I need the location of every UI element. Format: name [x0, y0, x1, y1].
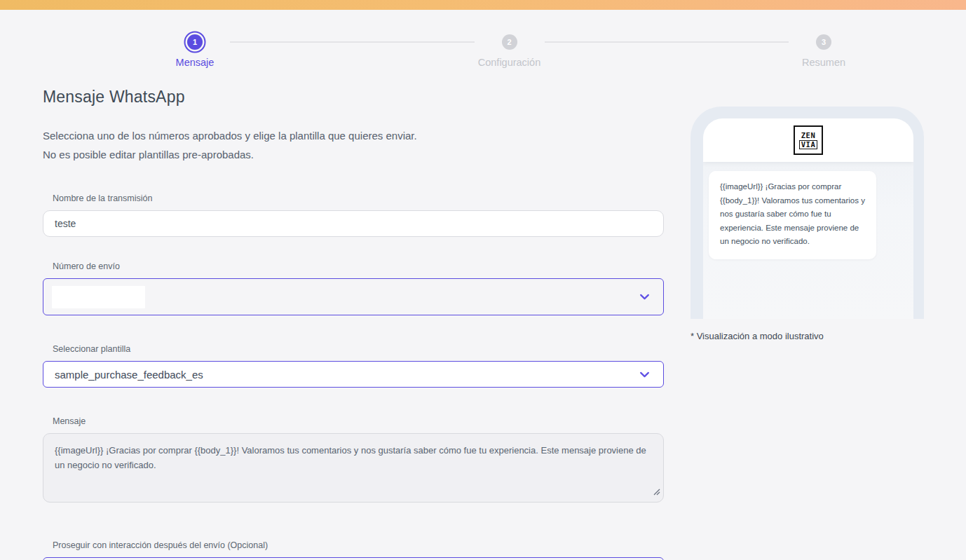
logo-text-top: ZEN	[801, 132, 815, 139]
phone-screen: ZEN VIA {{imageUrl}} ¡Gracias por compra…	[703, 118, 913, 319]
page-description: Selecciona uno de los números aprobados …	[43, 126, 664, 164]
redacted-number-overlay	[52, 286, 145, 308]
phone-header: ZEN VIA	[703, 118, 913, 162]
phone-preview-mockup: ZEN VIA {{imageUrl}} ¡Gracias por compra…	[691, 107, 924, 319]
field-message: Mensaje {{imageUrl}} ¡Gracias por compra…	[43, 416, 664, 503]
step-3-label: Resumen	[802, 57, 845, 68]
chevron-down-icon	[639, 291, 651, 303]
stepper-connector-1	[230, 41, 475, 43]
transmission-name-input[interactable]	[43, 210, 664, 237]
sender-number-select[interactable]	[43, 278, 664, 315]
top-gradient-bar	[0, 0, 966, 10]
step-configuracion[interactable]: 2 Configuración	[475, 32, 545, 68]
stepper-connector-2	[545, 41, 789, 43]
interaction-label: Proseguir con interacción después del en…	[43, 540, 664, 550]
step-resumen[interactable]: 3 Resumen	[789, 32, 859, 68]
template-label: Seleccionar plantilla	[43, 344, 664, 354]
step-mensaje[interactable]: 1 Mensaje	[160, 32, 230, 68]
template-select-value: sample_purchase_feedback_es	[55, 369, 203, 381]
field-interaction: Proseguir con interacción después del en…	[43, 540, 664, 560]
step-1-label: Mensaje	[176, 57, 215, 68]
step-2-label: Configuración	[478, 57, 540, 68]
message-textarea-wrap: {{imageUrl}} ¡Gracias por comprar {{body…	[43, 433, 664, 503]
template-select[interactable]: sample_purchase_feedback_es	[43, 361, 664, 388]
field-transmission-name: Nombre de la transmisión	[43, 193, 664, 237]
field-template: Seleccionar plantilla sample_purchase_fe…	[43, 344, 664, 388]
step-2-circle: 2	[502, 34, 517, 50]
message-textarea[interactable]: {{imageUrl}} ¡Gracias por comprar {{body…	[43, 433, 664, 503]
chevron-down-icon	[639, 369, 651, 381]
transmission-name-label: Nombre de la transmisión	[43, 193, 664, 203]
description-line-1: Selecciona uno de los números aprobados …	[43, 126, 664, 145]
wizard-stepper: 1 Mensaje 2 Configuración 3 Resumen	[160, 32, 859, 68]
zenvia-logo-icon: ZEN VIA	[794, 125, 823, 155]
message-label: Mensaje	[43, 416, 664, 426]
description-line-2: No es posible editar plantillas pre-apro…	[43, 145, 664, 164]
interaction-select[interactable]: Seleccionar interacción	[43, 557, 664, 560]
step-1-circle: 1	[187, 34, 203, 50]
logo-text-bottom: VIA	[799, 140, 817, 149]
sender-number-label: Número de envío	[43, 261, 664, 271]
field-sender-number: Número de envío	[43, 261, 664, 315]
step-3-circle: 3	[816, 34, 831, 50]
preview-footnote: * Visualización a modo ilustrativo	[691, 331, 824, 341]
page-title: Mensaje WhatsApp	[43, 88, 664, 107]
message-preview-bubble: {{imageUrl}} ¡Gracias por comprar {{body…	[709, 171, 876, 259]
form-column: Mensaje WhatsApp Selecciona uno de los n…	[43, 88, 664, 560]
